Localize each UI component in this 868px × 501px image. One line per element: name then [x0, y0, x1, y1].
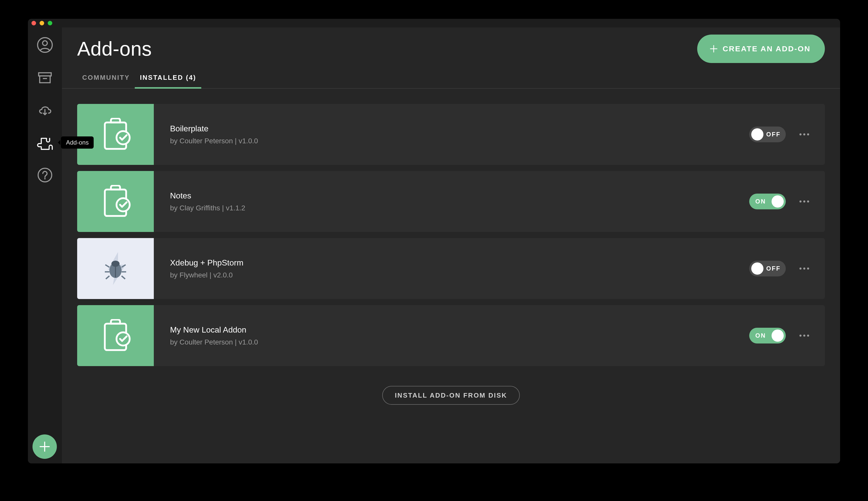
addon-title: My New Local Addon: [170, 325, 749, 334]
addon-thumbnail: [77, 171, 154, 232]
addon-row[interactable]: Notesby Clay Griffiths | v1.1.2ON: [77, 171, 825, 232]
addon-enable-toggle[interactable]: OFF: [749, 261, 786, 276]
addon-title: Notes: [170, 191, 749, 201]
addon-title: Boilerplate: [170, 124, 749, 134]
addon-meta: Notesby Clay Griffiths | v1.1.2: [154, 191, 749, 212]
toggle-label: ON: [755, 198, 766, 205]
svg-point-14: [803, 134, 805, 136]
toggle-label: ON: [755, 332, 766, 339]
sidebar-item-sites[interactable]: [36, 69, 53, 86]
addon-more-button[interactable]: [798, 128, 811, 141]
more-horizontal-icon: [799, 133, 809, 136]
addon-enable-toggle[interactable]: OFF: [749, 127, 786, 142]
toggle-label: OFF: [766, 131, 781, 138]
help-circle-icon: [36, 167, 53, 183]
addon-row[interactable]: My New Local Addonby Coulter Peterson | …: [77, 305, 825, 366]
tabs: COMMUNITY INSTALLED (4): [62, 63, 840, 89]
addon-actions: OFF: [749, 127, 825, 142]
sidebar-item-addons[interactable]: Add-ons: [36, 134, 53, 151]
window-zoom-icon[interactable]: [48, 21, 52, 25]
svg-point-6: [44, 178, 45, 179]
window-close-icon[interactable]: [32, 21, 36, 25]
addon-subtitle: by Coulter Peterson | v1.0.0: [170, 137, 749, 145]
svg-point-5: [38, 168, 52, 182]
window-titlebar: [28, 19, 840, 28]
more-horizontal-icon: [799, 200, 809, 203]
archive-icon: [36, 69, 53, 86]
plus-icon: [39, 440, 51, 453]
sidebar-item-account[interactable]: [36, 36, 53, 53]
user-circle-icon: [36, 36, 53, 53]
tab-installed[interactable]: INSTALLED (4): [135, 74, 201, 88]
toggle-knob: [771, 330, 784, 342]
main-content: Add-ons CREATE AN ADD-ON COMMUNITY INSTA…: [62, 28, 840, 463]
add-site-button[interactable]: [33, 435, 57, 459]
addon-actions: OFF: [749, 261, 825, 276]
bug-bolt-icon: [100, 252, 131, 285]
sidebar: Add-ons: [28, 28, 62, 463]
svg-line-27: [106, 276, 109, 279]
clipboard-check-icon: [100, 118, 131, 151]
svg-point-31: [800, 267, 802, 269]
addon-meta: Boilerplateby Coulter Peterson | v1.0.0: [154, 124, 749, 145]
svg-point-18: [800, 201, 802, 202]
svg-point-15: [807, 134, 809, 136]
install-from-disk-button[interactable]: INSTALL ADD-ON FROM DISK: [382, 386, 520, 405]
sidebar-tooltip: Add-ons: [61, 136, 94, 149]
svg-line-30: [122, 276, 125, 279]
addon-enable-toggle[interactable]: ON: [749, 328, 786, 343]
addon-thumbnail: [77, 305, 154, 366]
addon-subtitle: by Coulter Peterson | v1.0.0: [170, 338, 749, 346]
addon-more-button[interactable]: [798, 262, 811, 275]
page-title: Add-ons: [77, 38, 152, 61]
create-addon-button[interactable]: CREATE AN ADD-ON: [697, 34, 825, 63]
addon-subtitle: by Flywheel | v2.0.0: [170, 271, 749, 279]
puzzle-icon: [36, 134, 53, 151]
plus-icon: [710, 44, 718, 53]
addon-row[interactable]: Xdebug + PhpStormby Flywheel | v2.0.0OFF: [77, 238, 825, 299]
addon-row[interactable]: Boilerplateby Coulter Peterson | v1.0.0O…: [77, 104, 825, 165]
svg-point-20: [807, 201, 809, 202]
more-horizontal-icon: [799, 267, 809, 270]
more-horizontal-icon: [799, 334, 809, 337]
svg-point-38: [807, 334, 809, 337]
clipboard-check-icon: [100, 319, 131, 352]
addon-enable-toggle[interactable]: ON: [749, 194, 786, 209]
addon-more-button[interactable]: [798, 195, 811, 208]
svg-rect-3: [40, 76, 50, 83]
toggle-knob: [751, 263, 763, 275]
svg-point-32: [803, 267, 805, 269]
addon-thumbnail: [77, 104, 154, 165]
addon-more-button[interactable]: [798, 329, 811, 342]
svg-point-19: [803, 201, 805, 202]
addon-title: Xdebug + PhpStorm: [170, 258, 749, 267]
app-window: Add-ons Ad: [28, 19, 840, 463]
clipboard-check-icon: [100, 185, 131, 218]
svg-line-25: [105, 265, 109, 267]
addon-actions: ON: [749, 328, 825, 343]
svg-point-13: [800, 134, 802, 136]
addon-actions: ON: [749, 194, 825, 209]
create-addon-label: CREATE AN ADD-ON: [723, 44, 811, 53]
toggle-knob: [751, 128, 763, 140]
addon-meta: Xdebug + PhpStormby Flywheel | v2.0.0: [154, 258, 749, 279]
tab-community[interactable]: COMMUNITY: [77, 74, 135, 88]
svg-point-33: [807, 267, 809, 269]
sidebar-item-help[interactable]: [36, 167, 53, 183]
sidebar-item-connect[interactable]: [36, 102, 53, 118]
svg-point-37: [803, 334, 805, 337]
toggle-label: OFF: [766, 265, 781, 272]
addon-meta: My New Local Addonby Coulter Peterson | …: [154, 325, 749, 346]
addon-thumbnail: [77, 238, 154, 299]
window-minimize-icon[interactable]: [40, 21, 44, 25]
svg-point-1: [43, 41, 47, 46]
addon-subtitle: by Clay Griffiths | v1.1.2: [170, 204, 749, 212]
toggle-knob: [771, 195, 784, 207]
cloud-download-icon: [36, 102, 53, 118]
addon-list: Boilerplateby Coulter Peterson | v1.0.0O…: [62, 89, 840, 366]
svg-point-36: [800, 334, 802, 337]
